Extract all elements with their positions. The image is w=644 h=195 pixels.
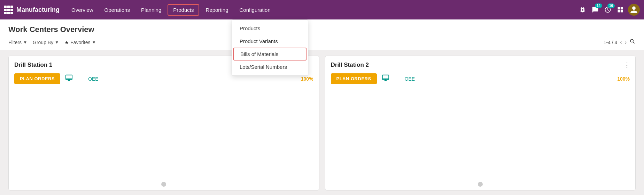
nav-planning[interactable]: Planning (136, 5, 166, 15)
monitor-icon-2[interactable] (382, 74, 389, 84)
oee-label-1: OEE (88, 76, 99, 82)
group-by-btn[interactable]: Group By ▼ (33, 40, 59, 45)
clock-icon-btn[interactable]: 16 (603, 5, 613, 15)
nav-items: Overview Operations Planning Products Re… (67, 4, 578, 16)
toolbar: Filters ▼ Group By ▼ ★ Favorites ▼ 1-4 /… (8, 38, 636, 50)
avatar[interactable] (628, 4, 640, 16)
nav-overview[interactable]: Overview (67, 5, 98, 15)
clock-badge: 16 (607, 3, 615, 8)
nav-right: 14 16 (578, 4, 640, 16)
dropdown-item-products[interactable]: Products (232, 22, 308, 35)
next-page-btn[interactable]: › (625, 39, 627, 46)
apps-icon-btn[interactable] (615, 5, 625, 15)
scroll-indicator-1 (161, 182, 166, 187)
dropdown-item-bom[interactable]: Bills of Materials (233, 48, 307, 60)
favorites-chevron-icon: ▼ (92, 40, 96, 45)
products-dropdown: Products Product Variants Bills of Mater… (232, 19, 308, 76)
brand-label: Manufacturing (16, 6, 60, 14)
filters-btn[interactable]: Filters ▼ (8, 40, 27, 45)
scroll-indicator-2 (478, 182, 483, 187)
card-2-menu-btn[interactable]: ⋮ (623, 61, 630, 69)
pagination: 1-4 / 4 (604, 40, 618, 45)
bug-icon-btn[interactable] (578, 5, 588, 15)
dropdown-item-variants[interactable]: Product Variants (232, 35, 308, 48)
plan-orders-btn-2[interactable]: PLAN ORDERS (331, 73, 377, 84)
work-center-card-2: Drill Station 2 ⋮ PLAN ORDERS OEE 100% (325, 56, 636, 190)
dropdown-item-lots[interactable]: Lots/Serial Numbers (232, 60, 308, 73)
card-2-actions: PLAN ORDERS OEE 100% (331, 73, 630, 84)
page-content: Work Centers Overview Filters ▼ Group By… (0, 19, 644, 50)
favorites-btn[interactable]: ★ Favorites ▼ (64, 40, 96, 45)
grid-icon (4, 6, 13, 14)
nav-products[interactable]: Products (168, 4, 199, 16)
oee-label-2: OEE (405, 76, 415, 82)
nav-operations[interactable]: Operations (100, 5, 135, 15)
nav-configuration[interactable]: Configuration (235, 5, 276, 15)
app-brand[interactable]: Manufacturing (4, 6, 60, 14)
work-center-card-1: Drill Station 1 PLAN ORDERS OEE 100% (8, 56, 319, 190)
card-2-title: Drill Station 2 (331, 62, 630, 68)
plan-orders-btn-1[interactable]: PLAN ORDERS (14, 73, 60, 84)
star-icon: ★ (64, 40, 69, 45)
favorites-label: Favorites (70, 40, 91, 45)
nav-reporting[interactable]: Reporting (201, 5, 233, 15)
navbar: Manufacturing Overview Operations Planni… (0, 0, 644, 19)
prev-page-btn[interactable]: ‹ (620, 39, 622, 46)
group-by-chevron-icon: ▼ (55, 40, 59, 45)
oee-value-2: 100% (617, 76, 630, 82)
filters-chevron-icon: ▼ (23, 40, 27, 45)
chat-badge: 14 (595, 3, 602, 8)
oee-value-1: 100% (301, 76, 313, 82)
monitor-icon-1[interactable] (65, 74, 73, 84)
chat-icon-btn[interactable]: 14 (590, 5, 600, 15)
toolbar-right: 1-4 / 4 ‹ › (604, 38, 636, 46)
main-grid: Drill Station 1 PLAN ORDERS OEE 100% Dri… (0, 50, 644, 195)
group-by-label: Group By (33, 40, 53, 45)
search-icon[interactable] (629, 38, 636, 46)
page-title: Work Centers Overview (8, 25, 636, 34)
